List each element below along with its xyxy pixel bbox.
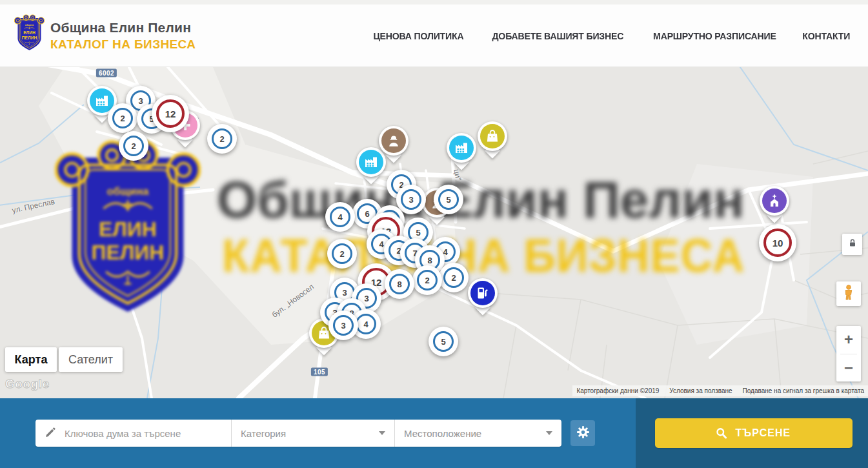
search-bar: Категория Местоположение [0,398,868,468]
advanced-settings-button[interactable] [570,420,595,446]
cluster-count: 4 [356,314,376,334]
site-header: община ЕЛИН ПЕЛИН Община Елин Пелин КАТА… [0,5,868,67]
cluster-count: 2 [123,136,144,156]
nav-item-route-schedule[interactable]: МАРШРУТНО РАЗПИСАНИЕ [653,30,776,41]
keyword-search-input[interactable] [63,427,222,440]
search-button[interactable]: ТЪРСЕНЕ [655,418,853,448]
lock-button[interactable] [842,234,862,255]
poi-marker[interactable] [447,133,476,163]
church-icon [762,188,787,213]
attribution-copyright: Картографски данни ©2019 [576,387,659,394]
cluster-marker[interactable]: 5 [434,185,463,214]
top-strip [0,0,868,5]
site-title-block: Община Елин Пелин КАТАЛОГ НА БИЗНЕСА [50,20,196,52]
cluster-marker[interactable]: 4 [325,202,355,232]
search-fields: Категория Местоположение [35,420,561,447]
cluster-marker[interactable]: 2 [207,124,237,154]
cluster-count: 8 [389,274,410,294]
pegman-icon [840,283,857,304]
cluster-count: 3 [333,315,354,336]
category-dropdown-label: Категория [241,428,286,439]
gear-icon [576,425,590,442]
search-button-label: ТЪРСЕНЕ [735,427,791,440]
zoom-out-button[interactable]: − [836,354,861,382]
cluster-marker[interactable]: 12 [152,95,189,132]
page: община ЕЛИН ПЕЛИН Община Елин Пелин КАТА… [0,0,868,468]
chevron-down-icon [379,431,385,435]
cluster-count: 3 [401,189,421,210]
cluster-count: 2 [112,108,133,128]
cluster-marker[interactable]: 2 [439,263,469,292]
municipality-logo[interactable]: община ЕЛИН ПЕЛИН [14,14,45,52]
street-view-pegman-button[interactable] [836,281,861,306]
nav-item-add-business[interactable]: ДОБАВЕТЕ ВАШИЯТ БИЗНЕС [492,30,623,41]
map-attribution: Картографски данни ©2019 Условия за полз… [572,385,868,396]
map-type-satellite-button[interactable]: Сателит [59,347,123,372]
svg-text:община: община [25,24,34,26]
chevron-down-icon [546,431,552,435]
worker-icon [381,128,406,153]
poi-marker[interactable] [379,126,409,156]
cluster-count: 5 [433,331,454,352]
road-number-badge: 6002 [96,69,117,77]
map-type-map-button[interactable]: Карта [5,347,57,372]
cluster-marker[interactable]: 2 [327,239,357,269]
shopping-bag-icon [480,124,505,148]
pencil-icon [45,426,57,440]
poi-marker[interactable] [468,278,498,308]
search-icon [716,427,727,439]
keyword-field[interactable] [35,420,231,447]
cluster-marker[interactable]: 3 [328,310,358,340]
fuel-icon [470,281,495,305]
location-dropdown[interactable]: Местоположение [395,420,561,447]
attribution-terms-link[interactable]: Условия за ползване [669,387,732,394]
attribution-report-error-link[interactable]: Подаване на сигнал за грешка в картата [743,387,864,394]
cluster-marker[interactable]: 2 [119,131,148,161]
factory-icon [449,136,474,160]
cluster-marker[interactable]: 5 [429,327,458,356]
map-canvas[interactable]: ул. Преславбул. „Новоселци"6002105 32512… [0,67,868,398]
cluster-count: 12 [156,99,185,128]
cluster-count: 2 [417,270,438,290]
poi-marker[interactable] [478,121,507,151]
google-logo[interactable]: Google [5,377,49,391]
site-title: Община Елин Пелин [50,20,196,36]
category-dropdown[interactable]: Категория [232,420,394,447]
cluster-count: 2 [443,267,464,288]
cluster-marker[interactable]: 2 [108,103,137,133]
cluster-count: 10 [763,229,792,257]
main-nav: ЦЕНОВА ПОЛИТИКА ДОБАВЕТЕ ВАШИЯТ БИЗНЕС М… [370,5,852,66]
cluster-marker[interactable]: 2 [412,265,442,295]
cluster-marker[interactable]: 8 [385,269,414,299]
svg-text:ПЕЛИН: ПЕЛИН [22,36,37,40]
zoom-control: + − [836,326,861,382]
poi-marker[interactable] [760,186,789,216]
road-number-badge: 105 [311,368,328,376]
nav-item-contacts[interactable]: КОНТАКТИ [803,30,851,41]
cluster-count: 4 [330,207,350,227]
cluster-count: 5 [438,189,459,210]
location-dropdown-label: Местоположение [404,428,481,439]
cluster-count: 2 [212,128,232,149]
nav-item-pricing[interactable]: ЦЕНОВА ПОЛИТИКА [374,30,464,41]
cluster-count: 2 [332,243,352,264]
svg-text:ЕЛИН: ЕЛИН [23,30,35,35]
cluster-marker[interactable]: 10 [759,224,796,261]
site-subtitle: КАТАЛОГ НА БИЗНЕСА [50,37,196,52]
lock-icon [847,238,858,251]
zoom-in-button[interactable]: + [836,326,861,354]
